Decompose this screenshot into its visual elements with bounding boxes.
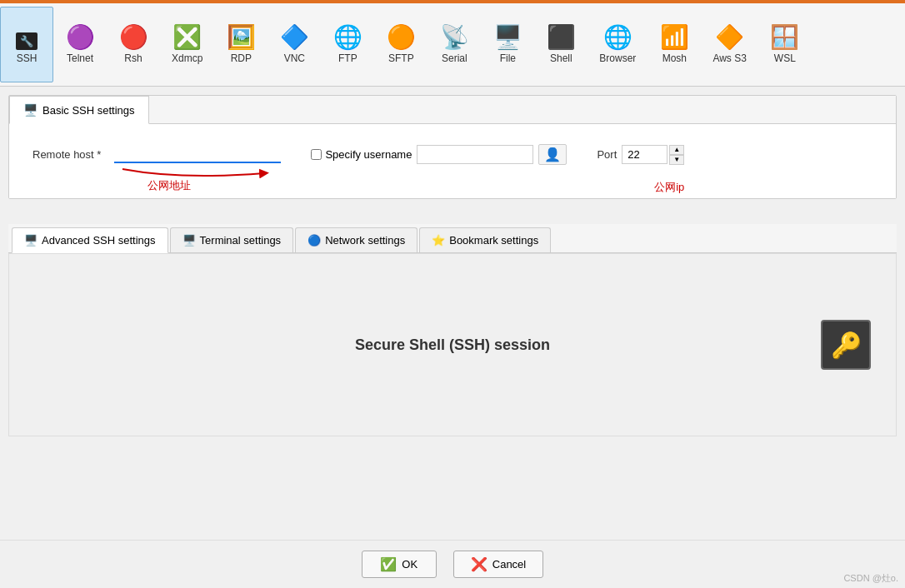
toolbar-item-mosh[interactable]: 📶 Mosh xyxy=(648,7,701,82)
toolbar-item-sftp[interactable]: 🟠 SFTP xyxy=(374,7,428,82)
session-text: Secure Shell (SSH) session xyxy=(355,336,550,354)
ssh-icon: 🔧 xyxy=(16,26,38,49)
remote-host-label: Remote host * xyxy=(32,148,101,161)
cancel-label: Cancel xyxy=(492,558,526,571)
tab-terminal-settings[interactable]: 🖥️ Terminal settings xyxy=(170,227,294,252)
ssh-form-row: Remote host * 公网地址 xyxy=(22,137,882,185)
wsl-label: WSL xyxy=(774,52,796,64)
browser-label: Browser xyxy=(599,52,636,64)
key-icon: 🔑 xyxy=(831,331,862,360)
specify-username-checkbox[interactable] xyxy=(311,149,322,160)
terminal-settings-label: Terminal settings xyxy=(200,234,282,247)
toolbar-item-awss3[interactable]: 🔶 Aws S3 xyxy=(701,7,758,82)
shell-icon: ⬛ xyxy=(547,26,576,49)
annotation-host: 公网地址 xyxy=(148,178,191,193)
ok-icon: ✅ xyxy=(380,556,397,572)
toolbar-item-shell[interactable]: ⬛ Shell xyxy=(534,7,588,82)
toolbar-item-ftp[interactable]: 🌐 FTP xyxy=(321,7,374,82)
xdmcp-label: Xdmcp xyxy=(172,52,202,64)
network-settings-label: Network settings xyxy=(325,234,405,247)
toolbar-item-telnet[interactable]: 🟣 Telnet xyxy=(53,7,107,82)
vnc-icon: 🔷 xyxy=(280,26,309,49)
port-decrement-button[interactable]: ▼ xyxy=(669,155,684,165)
toolbar-item-rsh[interactable]: 🔴 Rsh xyxy=(107,7,160,82)
terminal-settings-icon: 🖥️ xyxy=(182,234,196,247)
cancel-button[interactable]: ❌ Cancel xyxy=(453,551,543,578)
advanced-ssh-label: Advanced SSH settings xyxy=(42,234,156,247)
tab-bookmark-settings[interactable]: ⭐ Bookmark settings xyxy=(419,227,551,252)
basic-ssh-panel: 🖥️ Basic SSH settings Remote host * xyxy=(8,95,897,199)
settings-tabs-container: 🖥️ Advanced SSH settings 🖥️ Terminal set… xyxy=(8,224,897,436)
watermark: CSDN @灶o. xyxy=(843,572,898,585)
file-label: File xyxy=(500,52,516,64)
sftp-icon: 🟠 xyxy=(387,26,416,49)
annotation-arrow xyxy=(114,165,281,182)
ssh-label: SSH xyxy=(17,52,38,64)
footer: ✅ OK ❌ Cancel xyxy=(0,540,905,588)
sftp-label: SFTP xyxy=(388,52,414,64)
rdp-icon: 🖼️ xyxy=(227,26,256,49)
basic-ssh-tab-icon: 🖥️ xyxy=(23,103,38,117)
vnc-label: VNC xyxy=(284,52,305,64)
annotation-port: 公网ip xyxy=(654,180,684,195)
toolbar-item-xdmcp[interactable]: ❎ Xdmcp xyxy=(160,7,214,82)
basic-ssh-tab-header: 🖥️ Basic SSH settings xyxy=(9,96,896,124)
cancel-icon: ❌ xyxy=(471,556,488,572)
username-input[interactable] xyxy=(417,145,533,164)
key-icon-box: 🔑 xyxy=(821,320,871,370)
toolbar-item-rdp[interactable]: 🖼️ RDP xyxy=(214,7,268,82)
tab-advanced-ssh[interactable]: 🖥️ Advanced SSH settings xyxy=(12,227,168,253)
toolbar-item-vnc[interactable]: 🔷 VNC xyxy=(268,7,321,82)
port-increment-button[interactable]: ▲ xyxy=(669,145,684,155)
toolbar-item-file[interactable]: 🖥️ File xyxy=(481,7,534,82)
wsl-icon: 🪟 xyxy=(770,26,799,49)
telnet-icon: 🟣 xyxy=(66,26,95,49)
specify-username-label: Specify username xyxy=(325,148,412,161)
file-icon: 🖥️ xyxy=(493,26,522,49)
telnet-label: Telnet xyxy=(67,52,93,64)
ok-label: OK xyxy=(402,558,418,571)
bookmark-settings-label: Bookmark settings xyxy=(449,234,538,247)
toolbar-item-serial[interactable]: 📡 Serial xyxy=(428,7,481,82)
main-content: 🖥️ Basic SSH settings Remote host * xyxy=(0,87,905,445)
network-settings-icon: 🔵 xyxy=(308,234,321,247)
rsh-label: Rsh xyxy=(124,52,142,64)
shell-label: Shell xyxy=(550,52,572,64)
ok-button[interactable]: ✅ OK xyxy=(362,551,437,578)
rsh-icon: 🔴 xyxy=(119,26,148,49)
port-input[interactable]: 22 xyxy=(622,145,668,164)
mosh-label: Mosh xyxy=(662,52,687,64)
toolbar-item-browser[interactable]: 🌐 Browser xyxy=(588,7,648,82)
settings-tabs: 🖥️ Advanced SSH settings 🖥️ Terminal set… xyxy=(8,224,897,253)
tab-basic-ssh[interactable]: 🖥️ Basic SSH settings xyxy=(9,96,149,124)
user-icon-button[interactable]: 👤 xyxy=(538,144,567,165)
tab-network-settings[interactable]: 🔵 Network settings xyxy=(295,227,418,252)
serial-label: Serial xyxy=(442,52,468,64)
port-input-wrap: 22 ▲ ▼ xyxy=(622,145,684,165)
basic-ssh-content: Remote host * 公网地址 xyxy=(9,124,896,198)
ftp-icon: 🌐 xyxy=(333,26,362,49)
remote-host-input[interactable] xyxy=(114,146,281,163)
port-spinner: ▲ ▼ xyxy=(669,145,684,165)
toolbar: 🔧 SSH 🟣 Telnet 🔴 Rsh ❎ Xdmcp 🖼️ RDP 🔷 VN… xyxy=(0,3,905,87)
toolbar-item-wsl[interactable]: 🪟 WSL xyxy=(758,7,812,82)
port-label: Port xyxy=(597,148,617,161)
toolbar-item-ssh[interactable]: 🔧 SSH xyxy=(0,7,53,82)
session-area: Secure Shell (SSH) session 🔑 xyxy=(8,253,897,436)
specify-username-checkbox-label[interactable]: Specify username xyxy=(311,148,412,161)
ftp-label: FTP xyxy=(338,52,358,64)
mosh-icon: 📶 xyxy=(660,26,689,49)
awss3-icon: 🔶 xyxy=(715,26,744,49)
awss3-label: Aws S3 xyxy=(712,52,746,64)
serial-icon: 📡 xyxy=(440,26,469,49)
advanced-ssh-icon: 🖥️ xyxy=(24,234,38,247)
rdp-label: RDP xyxy=(231,52,252,64)
basic-ssh-tab-label: Basic SSH settings xyxy=(42,104,135,117)
browser-icon: 🌐 xyxy=(603,26,632,49)
xdmcp-icon: ❎ xyxy=(172,26,202,49)
bookmark-settings-icon: ⭐ xyxy=(432,234,445,247)
